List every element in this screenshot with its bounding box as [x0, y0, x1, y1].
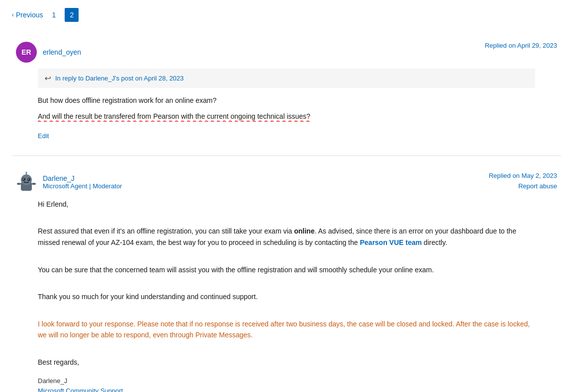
- author-section-darlene: Darlene_J Microsoft Agent | Moderator: [16, 172, 122, 193]
- post-meta-erlend: Replied on April 29, 2023: [485, 42, 557, 49]
- post-header-darlene: Darlene_J Microsoft Agent | Moderator Re…: [12, 172, 561, 193]
- darlene-para1: Rest assured that even if it's an offlin…: [38, 226, 535, 248]
- svg-point-4: [23, 178, 24, 179]
- svg-rect-8: [17, 183, 21, 185]
- avatar-erlend: ER: [16, 42, 37, 63]
- in-reply-box-erlend: ↪ In reply to Darlene_J's post on April …: [38, 69, 535, 88]
- report-abuse-link[interactable]: Report abuse: [518, 182, 557, 190]
- svg-rect-9: [32, 183, 36, 185]
- reply-date-erlend: Replied on April 29, 2023: [485, 42, 557, 49]
- erlend-line1: But how does offline registration work f…: [38, 95, 535, 106]
- author-section-erlend: ER erlend_oyen: [16, 42, 81, 63]
- reply-date-darlene: Replied on May 2, 2023: [489, 172, 557, 179]
- erlend-wavy-text: And will the result be transfered from P…: [38, 112, 310, 120]
- avatar-darlene: [16, 172, 37, 193]
- darlene-regards: Best regards,: [38, 357, 535, 368]
- post-header-erlend: ER erlend_oyen Replied on April 29, 2023: [12, 42, 561, 63]
- post-darlene: Darlene_J Microsoft Agent | Moderator Re…: [12, 164, 561, 392]
- post-content-darlene: Hi Erlend, Rest assured that even if it'…: [12, 199, 561, 392]
- in-reply-link-erlend[interactable]: In reply to Darlene_J's post on April 28…: [55, 75, 184, 82]
- edit-link-erlend[interactable]: Edit: [38, 131, 49, 142]
- prev-button[interactable]: ‹ Previous: [12, 11, 43, 19]
- prev-label: Previous: [16, 11, 43, 19]
- darlene-para2: You can be sure that the concerned team …: [38, 264, 535, 275]
- darlene-signature: Darlene_J Microsoft Community Support Su…: [38, 376, 535, 392]
- page-1[interactable]: 1: [47, 8, 61, 22]
- post-divider: [12, 156, 561, 156]
- bold-online: online: [294, 227, 314, 235]
- author-info-darlene: Darlene_J Microsoft Agent | Moderator: [43, 174, 122, 190]
- post-content-erlend: But how does offline registration work f…: [12, 95, 561, 142]
- svg-point-7: [25, 172, 27, 173]
- author-role-darlene: Microsoft Agent | Moderator: [43, 182, 122, 190]
- chevron-left-icon: ‹: [12, 11, 14, 18]
- svg-point-5: [28, 178, 29, 179]
- author-info-erlend: erlend_oyen: [43, 48, 81, 56]
- darlene-greeting: Hi Erlend,: [38, 199, 535, 210]
- pagination: ‹ Previous 1 2: [12, 8, 561, 22]
- sig-name: Darlene_J: [38, 376, 535, 387]
- darlene-para4-orange: I look forward to your response. Please …: [38, 318, 535, 341]
- author-name-darlene[interactable]: Darlene_J: [43, 174, 122, 182]
- post-meta-darlene: Replied on May 2, 2023 Report abuse: [489, 172, 557, 190]
- sig-org: Microsoft Community Support: [38, 386, 535, 392]
- page-2-active[interactable]: 2: [65, 8, 79, 22]
- post-erlend: ER erlend_oyen Replied on April 29, 2023…: [12, 34, 561, 150]
- pearson-vue-link[interactable]: Pearson VUE team: [360, 238, 422, 246]
- darlene-para3: Thank you so much for your kind understa…: [38, 291, 535, 302]
- erlend-line2: And will the result be transfered from P…: [38, 111, 535, 122]
- reply-arrow-icon: ↪: [45, 74, 51, 83]
- author-name-erlend[interactable]: erlend_oyen: [43, 48, 81, 56]
